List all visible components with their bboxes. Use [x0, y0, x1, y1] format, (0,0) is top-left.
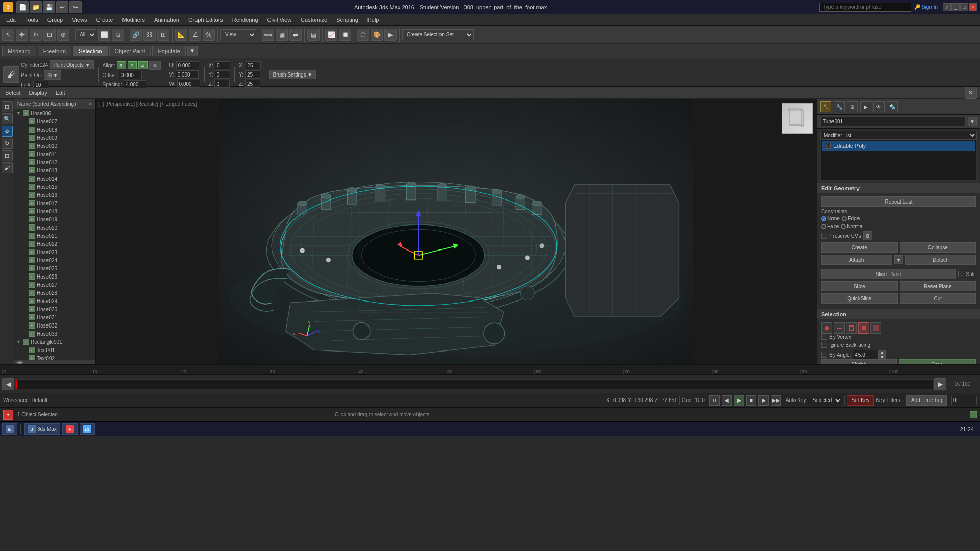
by-angle-down[interactable]: ▼ — [878, 355, 886, 359]
paint-mode-icon[interactable]: 🖌 — [3, 66, 19, 83]
scene-item[interactable]: HHose011 — [14, 150, 95, 158]
constraint-face[interactable]: Face — [821, 223, 839, 229]
menu-tools[interactable]: Tools — [21, 14, 42, 26]
taskbar-chrome[interactable]: ● — [62, 423, 78, 435]
close-btn[interactable]: ✕ — [969, 3, 977, 11]
material-editor-btn[interactable]: ⬡ — [357, 29, 369, 41]
create-btn[interactable]: Create — [821, 242, 898, 253]
align-options-btn[interactable]: ⚙ — [149, 61, 161, 70]
menu-create[interactable]: Create — [92, 14, 117, 26]
edit-geometry-header[interactable]: Edit Geometry — [817, 183, 980, 193]
scene-item[interactable]: HHose022 — [14, 240, 95, 248]
scene-item[interactable]: HHose013 — [14, 166, 95, 174]
scene-item[interactable]: HHose012 — [14, 158, 95, 166]
timeline-track[interactable] — [15, 379, 933, 389]
orientation-cube[interactable] — [782, 103, 813, 134]
attach-options[interactable]: ▼ — [894, 255, 903, 264]
array-btn[interactable]: ▦ — [276, 29, 288, 41]
scene-item[interactable]: HHose018 — [14, 207, 95, 215]
brush-settings-btn[interactable]: Brush Settings ▼ — [270, 70, 316, 79]
menu-civil-view[interactable]: Civil View — [263, 14, 296, 26]
scene-item[interactable]: HHose026 — [14, 272, 95, 281]
scene-item[interactable]: HHose007 — [14, 117, 95, 126]
editable-poly-item[interactable]: □ Editable Poly — [822, 141, 975, 151]
constraint-none[interactable]: None — [821, 216, 840, 221]
v-input[interactable] — [176, 70, 199, 79]
scene-item[interactable]: HHose020 — [14, 223, 95, 232]
viewport[interactable]: [+] [Perspective] [Realistic] [+ Edged F… — [96, 99, 817, 364]
y2-input[interactable] — [245, 70, 260, 79]
by-angle-input[interactable] — [853, 350, 878, 359]
z-input[interactable] — [214, 80, 230, 88]
sel-vertex-btn[interactable] — [821, 322, 832, 334]
menu-customize[interactable]: Customize — [297, 14, 331, 26]
select-obj-btn[interactable]: ↖ — [2, 29, 14, 41]
sub-display[interactable]: Display — [27, 90, 50, 96]
selection-header[interactable]: Selection — [817, 309, 980, 319]
taskbar-explorer[interactable]: 🗂 — [80, 423, 95, 435]
menu-modifiers[interactable]: Modifiers — [118, 14, 149, 26]
move-btn[interactable]: ✥ — [2, 126, 13, 137]
select-region-btn[interactable]: ⬜ — [98, 29, 110, 41]
unlink-btn[interactable]: ⛓ — [143, 29, 156, 41]
tab-modeling[interactable]: Modeling — [2, 46, 36, 56]
scene-item[interactable]: HHose031 — [14, 313, 95, 321]
scale-icon-btn[interactable]: ⊡ — [2, 150, 13, 161]
paint-on-dropdown[interactable]: ⊞ ▼ — [44, 70, 62, 80]
open-btn[interactable]: 📁 — [30, 1, 42, 13]
zoom-btn[interactable]: 🔍 — [2, 113, 13, 124]
scene-item[interactable]: HHose033 — [14, 330, 95, 338]
rp-hier-btn[interactable]: ⊞ — [847, 101, 858, 112]
next-frame-btn[interactable]: ▶ — [758, 395, 769, 406]
slice-plane-btn[interactable]: Slice Plane — [821, 269, 956, 279]
stop-btn[interactable]: ■ — [746, 395, 756, 406]
schematic-view-btn[interactable]: 🔲 — [339, 29, 351, 41]
by-angle-up[interactable]: ▲ — [878, 350, 886, 355]
angle-snap-btn[interactable]: ∠ — [189, 29, 201, 41]
scene-item[interactable]: HHose023 — [14, 248, 95, 256]
window-crossing-btn[interactable]: ⧉ — [112, 29, 124, 41]
menu-edit[interactable]: Edit — [2, 14, 20, 26]
by-angle-check[interactable]: By Angle: — [821, 352, 851, 358]
percent-snap-btn[interactable]: % — [203, 29, 215, 41]
rp-utilities-btn[interactable]: 🔩 — [887, 101, 898, 112]
sub-edit[interactable]: Edit — [54, 90, 67, 96]
scene-item[interactable]: HHose028 — [14, 289, 95, 297]
reset-plane-btn[interactable]: Reset Plane — [900, 281, 976, 291]
constraint-normal[interactable]: Normal — [841, 223, 863, 229]
spacing-input[interactable] — [124, 80, 146, 88]
cut-btn[interactable]: Cut — [900, 293, 976, 304]
scene-item[interactable]: HHose014 — [14, 174, 95, 183]
menu-rendering[interactable]: Rendering — [228, 14, 262, 26]
maximize-btn[interactable]: □ — [960, 3, 968, 11]
scene-item[interactable]: HHose009 — [14, 134, 95, 142]
collapse-btn[interactable]: Collapse — [900, 242, 976, 253]
key-mode-btn[interactable]: ⟨⟨ — [709, 395, 720, 406]
scene-item[interactable]: HText001 — [14, 346, 95, 354]
paint-objects-btn[interactable]: Paint Objects ▼ — [50, 60, 93, 69]
prev-frame-btn[interactable]: ◀ — [722, 395, 732, 406]
preserve-uvs-settings[interactable]: ⚙ — [863, 231, 872, 240]
bind-btn[interactable]: ⊞ — [157, 29, 169, 41]
constraint-edge[interactable]: Edge — [842, 216, 860, 221]
scene-item[interactable]: HHose030 — [14, 305, 95, 313]
tab-freeform[interactable]: Freeform — [38, 46, 72, 56]
frame-input[interactable] — [951, 396, 977, 405]
modifier-list-dropdown[interactable]: Modifier List — [820, 131, 977, 140]
rp-modify-btn[interactable]: 🔧 — [834, 101, 845, 112]
select-filter-btn[interactable]: ⊟ — [2, 101, 13, 112]
view-dropdown[interactable]: View — [220, 29, 256, 40]
repeat-last-btn[interactable]: Repeat Last — [821, 196, 976, 207]
ref-coord-btn[interactable]: ⊕ — [57, 29, 69, 41]
sub-select[interactable]: Select — [3, 90, 23, 96]
search-input[interactable] — [819, 3, 911, 12]
sub-close-btn[interactable]: ✕ — [965, 87, 977, 99]
align-x-btn[interactable]: X — [117, 61, 126, 69]
preserve-uvs-check[interactable]: Preserve UVs — [821, 233, 861, 239]
fill-input[interactable] — [33, 81, 48, 89]
x-input[interactable] — [215, 61, 230, 69]
tab-populate[interactable]: Populate — [152, 46, 185, 56]
by-vertex-check[interactable]: By Vertex — [821, 334, 851, 340]
x2-input[interactable] — [246, 61, 261, 69]
mirror-btn[interactable]: ⟺ — [262, 29, 274, 41]
